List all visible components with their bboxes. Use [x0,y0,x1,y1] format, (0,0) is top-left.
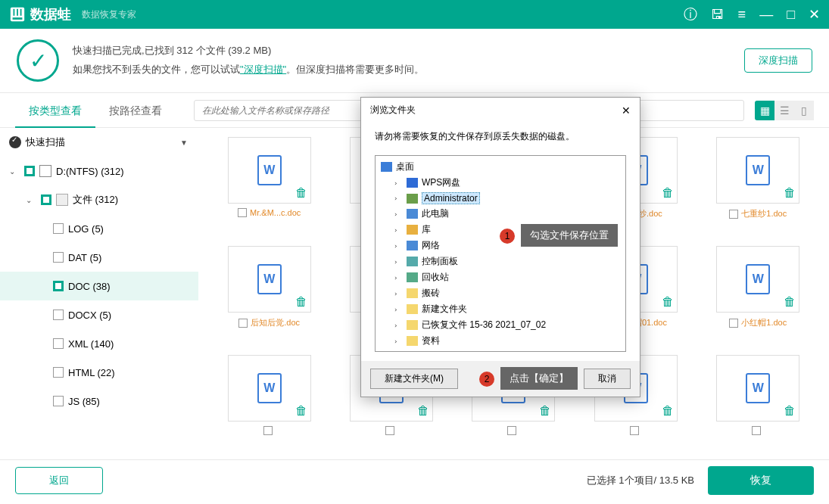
tree-item[interactable]: LOG (5) [0,214,198,243]
trash-icon: 🗑 [662,404,674,418]
expand-icon[interactable]: › [394,242,403,250]
dialog-tree-item[interactable]: ›已恢复文件 15-36 2021_07_02 [379,317,622,333]
folder-icon [407,209,418,219]
expand-icon[interactable]: › [394,290,403,297]
file-thumbnail: W🗑 [228,137,311,204]
expand-icon[interactable]: › [394,179,403,187]
checkbox[interactable] [238,208,247,217]
checkbox[interactable] [53,223,64,234]
trash-icon: 🗑 [662,295,674,309]
dialog-tree-item[interactable]: ›新建文件夹 [379,301,622,317]
expand-icon[interactable]: › [394,194,403,202]
checkbox[interactable] [53,396,64,406]
checkbox[interactable] [238,319,248,328]
file-item[interactable]: W🗑七重纱1.doc [701,137,815,235]
checkbox[interactable] [752,426,761,435]
dialog-close-icon[interactable]: ✕ [622,104,631,117]
folder-icon [407,178,418,188]
file-name: 后知后觉.doc [251,317,300,328]
checkbox[interactable] [53,252,64,263]
tree-root[interactable]: 桌面 [379,159,622,175]
dialog-tree-item[interactable]: ›搬砖 [379,285,622,301]
minimize-icon[interactable]: — [759,7,773,23]
view-detail-icon[interactable]: ▯ [794,101,814,120]
folder-icon [407,225,418,235]
infobar: ✓ 快速扫描已完成,已找到 312 个文件 (39.2 MB) 如果您找不到丢失… [0,29,829,93]
help-icon[interactable]: ⓘ [684,5,697,23]
doc-icon: W [746,155,770,185]
trash-icon: 🗑 [539,404,551,418]
tab-by-path[interactable]: 按路径查看 [95,93,176,128]
file-item[interactable]: W🗑小红帽1.doc [701,246,815,344]
checkbox[interactable] [630,426,639,435]
dialog-tree-item[interactable]: ›控制面板 [379,254,622,269]
recover-button[interactable]: 恢复 [708,466,814,495]
dialog-tree-item[interactable]: ›此电脑 [379,206,622,222]
tree-item[interactable]: DAT (5) [0,243,198,272]
dialog-tree[interactable]: 桌面 ›WPS网盘›Administrator›此电脑›库›网络›控制面板›回收… [375,155,626,352]
checkbox[interactable] [24,166,35,176]
checkbox[interactable] [53,367,64,378]
new-folder-button[interactable]: 新建文件夹(M) [370,369,458,389]
dialog-tree-item[interactable]: ›回收站 [379,269,622,285]
file-item[interactable]: W🗑 [212,355,326,453]
file-name: 七重纱1.doc [741,208,787,219]
chevron-down-icon: ⌄ [26,196,36,204]
file-thumbnail: W🗑 [716,137,799,204]
expand-icon[interactable]: › [394,210,403,218]
checkbox[interactable] [385,426,394,435]
trash-icon: 🗑 [784,404,796,418]
file-name: 小红帽1.doc [741,317,787,328]
tab-by-type[interactable]: 按类型查看 [15,93,95,128]
menu-icon[interactable]: ≡ [738,7,746,23]
tree-folder[interactable]: ⌄ 文件 (312) [0,185,198,214]
view-grid-icon[interactable]: ▦ [755,101,774,120]
expand-icon[interactable]: › [394,274,403,282]
expand-icon[interactable]: › [394,338,403,345]
dialog-message: 请勿将需要恢复的文件保存到原丢失数据的磁盘。 [361,123,640,151]
tree-drive[interactable]: ⌄ D:(NTFS) (312) [0,157,198,185]
checkbox[interactable] [729,319,738,328]
file-item[interactable]: W🗑Mr.&M...c.doc [212,137,326,235]
check-icon [9,136,21,148]
app-name: 数据蛙 [30,5,71,23]
folder-icon [407,320,418,330]
checkbox[interactable] [263,426,273,435]
expand-icon[interactable]: › [394,322,403,329]
app-subtitle: 数据恢复专家 [82,8,136,21]
close-icon[interactable]: ✕ [809,6,820,23]
deep-scan-button[interactable]: 深度扫描 [744,48,812,73]
expand-icon[interactable]: › [394,306,403,313]
tree-item[interactable]: DOCX (5) [0,300,198,329]
tree-quick-scan[interactable]: 快速扫描 ▼ [0,128,198,157]
cancel-button[interactable]: 取消 [584,369,631,389]
tree-item[interactable]: JS (85) [0,387,198,415]
doc-icon: W [257,155,282,185]
expand-icon[interactable]: › [394,258,403,266]
save-icon[interactable]: 🖫 [711,7,725,23]
checkbox[interactable] [53,281,64,291]
folder-icon [407,194,418,204]
trash-icon: 🗑 [295,186,307,200]
deep-scan-link[interactable]: "深度扫描" [240,64,286,75]
dialog-tree-item[interactable]: ›资料 [379,333,622,349]
checkbox[interactable] [41,194,51,205]
tree-item[interactable]: XML (140) [0,329,198,358]
checkbox[interactable] [53,310,64,320]
checkbox[interactable] [729,210,738,219]
file-name: Mr.&M...c.doc [250,208,301,217]
checkbox[interactable] [507,426,516,435]
maximize-icon[interactable]: □ [787,7,795,23]
checkbox[interactable] [53,338,64,349]
file-item[interactable]: W🗑 [701,355,815,453]
dialog-tree-item[interactable]: ›WPS网盘 [379,175,622,191]
file-thumbnail: W🗑 [716,246,799,313]
file-item[interactable]: W🗑后知后觉.doc [212,246,326,344]
view-list-icon[interactable]: ☰ [774,101,794,120]
expand-icon[interactable]: › [394,226,403,234]
dialog-tree-item[interactable]: ›Administrator [379,191,622,206]
tree-item[interactable]: DOC (38) [0,272,198,300]
back-button[interactable]: 返回 [15,467,103,494]
tree-item[interactable]: HTML (22) [0,358,198,387]
folder-icon [407,241,418,250]
